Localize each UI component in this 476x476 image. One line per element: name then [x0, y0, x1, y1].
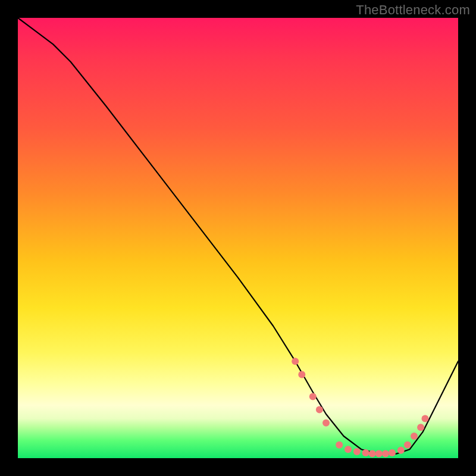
data-marker	[309, 393, 317, 400]
data-marker	[298, 371, 305, 378]
data-marker	[336, 441, 343, 449]
data-marker	[389, 449, 396, 456]
plot-area	[18, 18, 458, 458]
data-marker	[369, 450, 376, 458]
data-marker	[404, 441, 411, 449]
marker-group	[292, 358, 428, 457]
data-marker	[292, 358, 299, 365]
data-marker	[316, 406, 323, 414]
data-marker	[375, 450, 383, 458]
data-marker	[411, 433, 418, 440]
data-marker	[417, 424, 424, 431]
data-marker	[353, 448, 361, 455]
data-marker	[397, 447, 405, 454]
data-marker	[345, 446, 352, 453]
data-marker	[322, 419, 330, 427]
data-marker	[362, 449, 369, 456]
curve-layer	[18, 18, 458, 458]
data-marker	[382, 450, 389, 458]
data-marker	[422, 415, 429, 422]
chart-frame: TheBottleneck.com	[0, 0, 476, 476]
bottleneck-curve	[18, 18, 458, 454]
watermark-text: TheBottleneck.com	[356, 2, 470, 18]
